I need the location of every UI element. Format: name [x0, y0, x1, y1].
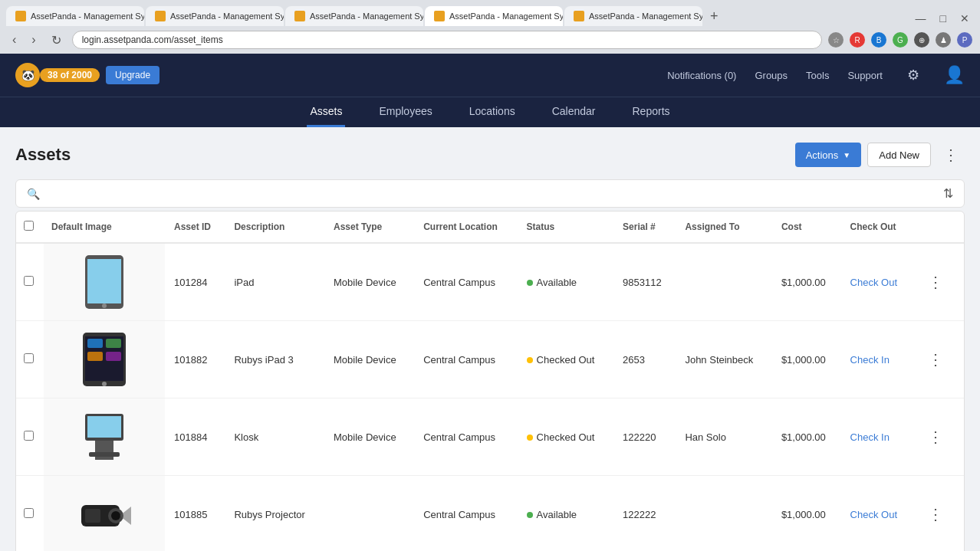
row-menu-button[interactable]: ⋮ [922, 425, 949, 449]
extension-icon-4[interactable]: ⊕ [914, 32, 929, 48]
browser-chrome: AssetPanda - Management Syst... ✕ AssetP… [0, 0, 980, 54]
row-menu-button[interactable]: ⋮ [922, 502, 949, 526]
asset-assigned-to [677, 476, 773, 552]
asset-action[interactable]: Check In [843, 321, 915, 398]
asset-image [44, 398, 165, 475]
svg-point-16 [111, 511, 120, 520]
header-status[interactable]: Status [519, 212, 615, 243]
tab-4[interactable]: AssetPanda - Management Syst... ✕ [425, 6, 563, 26]
extension-icon-3[interactable]: G [893, 32, 908, 48]
assets-table-wrapper: Default Image Asset ID Description Asset… [15, 211, 965, 551]
header-current-location[interactable]: Current Location [416, 212, 518, 243]
tab-1[interactable]: AssetPanda - Management Syst... ✕ [6, 6, 144, 26]
status-dot [527, 357, 533, 363]
nav-item-reports[interactable]: Reports [630, 97, 673, 127]
row-checkbox[interactable] [24, 276, 34, 286]
asset-location: Central Campus [416, 243, 518, 321]
header-default-image: Default Image [44, 212, 166, 243]
asset-location: Central Campus [416, 321, 518, 398]
reload-button[interactable]: ↻ [47, 31, 66, 49]
nav-item-calendar[interactable]: Calendar [549, 97, 599, 127]
extension-icon-1[interactable]: R [850, 32, 865, 48]
asset-status: Available [519, 243, 615, 321]
row-checkbox-cell [16, 476, 44, 552]
more-options-button[interactable]: ⋮ [937, 143, 965, 167]
tab-label-2: AssetPanda - Management Syst... [170, 11, 284, 21]
svg-rect-1 [87, 259, 121, 303]
actions-button[interactable]: Actions ▼ [795, 143, 862, 167]
asset-image [44, 321, 165, 398]
table-row: 101884 Klosk Mobile Device Central Campu… [16, 398, 964, 476]
row-checkbox[interactable] [24, 508, 34, 518]
support-link[interactable]: Support [847, 70, 883, 81]
forward-button[interactable]: › [27, 31, 40, 48]
tools-link[interactable]: Tools [806, 70, 829, 81]
extension-icon-5[interactable]: ♟ [936, 32, 951, 48]
asset-action[interactable]: Check Out [843, 243, 915, 321]
header-cost[interactable]: Cost [774, 212, 843, 243]
groups-link[interactable]: Groups [755, 70, 788, 81]
row-checkbox-cell [16, 321, 44, 398]
asset-location: Central Campus [416, 398, 518, 476]
header-description[interactable]: Description [226, 212, 326, 243]
upgrade-button[interactable]: Upgrade [106, 66, 159, 84]
asset-description: Klosk [226, 398, 326, 476]
maximize-button[interactable]: □ [936, 11, 951, 26]
header-serial[interactable]: Serial # [615, 212, 677, 243]
row-menu-button[interactable]: ⋮ [922, 347, 949, 372]
tab-label-5: AssetPanda - Management Syst... [589, 11, 702, 21]
row-checkbox[interactable] [24, 431, 34, 441]
header-check-out[interactable]: Check Out [843, 212, 915, 243]
profile-icon[interactable]: P [957, 32, 972, 48]
asset-action[interactable]: Check Out [843, 476, 915, 552]
row-checkbox[interactable] [24, 353, 34, 363]
settings-icon[interactable]: ⚙ [907, 67, 919, 84]
header-assigned-to[interactable]: Assigned To [677, 212, 773, 243]
table-row: 101882 Rubys iPad 3 Mobile Device Centra… [16, 321, 964, 398]
address-bar[interactable] [72, 31, 822, 49]
checkin-link[interactable]: Check In [850, 354, 890, 366]
nav-item-locations[interactable]: Locations [466, 97, 518, 127]
row-checkbox-cell [16, 398, 44, 476]
notifications-link[interactable]: Notifications (0) [667, 70, 736, 81]
tab-favicon-2 [155, 11, 166, 21]
status-dot [527, 435, 533, 441]
search-icon: 🔍 [27, 188, 40, 200]
top-nav: 🐼 38 of 2000 Upgrade Notifications (0) G… [0, 54, 980, 97]
asset-type: Mobile Device [326, 243, 416, 321]
tab-favicon-1 [15, 11, 26, 21]
asset-image-cell [44, 476, 166, 552]
row-menu-button[interactable]: ⋮ [922, 270, 949, 294]
checkout-link[interactable]: Check Out [850, 277, 897, 288]
table-header-row: Default Image Asset ID Description Asset… [16, 212, 964, 243]
svg-marker-18 [120, 507, 131, 525]
browser-nav-icons: ☆ R B G ⊕ ♟ P [828, 32, 972, 48]
star-icon[interactable]: ☆ [828, 32, 844, 48]
minimize-button[interactable]: — [911, 11, 931, 26]
logo: 🐼 [15, 63, 40, 87]
nav-item-assets[interactable]: Assets [307, 97, 345, 127]
tab-2[interactable]: AssetPanda - Management Syst... ✕ [146, 6, 284, 26]
asset-status: Checked Out [519, 321, 615, 398]
new-tab-button[interactable]: + [704, 8, 725, 25]
nav-item-employees[interactable]: Employees [376, 97, 435, 127]
back-button[interactable]: ‹ [8, 31, 21, 48]
close-button[interactable]: ✕ [955, 11, 974, 26]
user-icon[interactable]: 👤 [944, 65, 965, 85]
tab-3[interactable]: AssetPanda - Management Syst... ✕ [285, 6, 423, 26]
checkin-link[interactable]: Check In [850, 431, 890, 443]
add-new-button[interactable]: Add New [867, 143, 931, 167]
header-asset-type[interactable]: Asset Type [326, 212, 416, 243]
header-asset-id[interactable]: Asset ID [166, 212, 226, 243]
select-all-checkbox[interactable] [24, 221, 34, 231]
asset-serial: 122222 [615, 476, 677, 552]
asset-action[interactable]: Check In [843, 398, 915, 476]
header-actions: Actions ▼ Add New ⋮ [795, 143, 965, 167]
checkout-link[interactable]: Check Out [850, 509, 897, 520]
svg-rect-13 [87, 416, 121, 438]
search-input[interactable] [46, 188, 937, 199]
status-text: Available [537, 509, 577, 520]
filter-icon[interactable]: ⇅ [943, 186, 953, 201]
tab-5[interactable]: AssetPanda - Management Syst... ✕ [564, 6, 702, 26]
extension-icon-2[interactable]: B [871, 32, 886, 48]
